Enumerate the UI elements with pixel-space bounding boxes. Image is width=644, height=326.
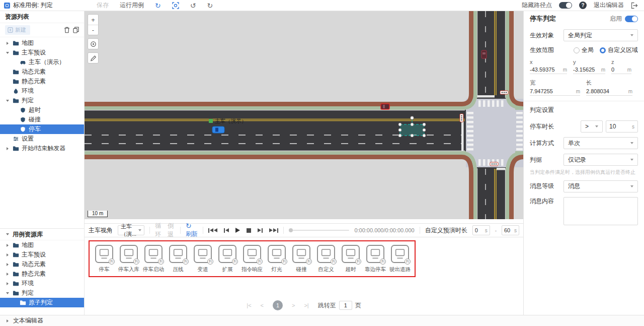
tree-item-static[interactable]: 静态元素 [0,77,84,86]
card-off-road[interactable]: 判驶出道路 [389,244,411,273]
caret-down-icon[interactable] [5,291,10,296]
view-select[interactable]: 主车（演... [118,225,144,235]
card-command-response[interactable]: 判指令响应 [241,244,263,273]
duration-input[interactable] [609,123,631,130]
tree-item-judgment[interactable]: 判定 [0,96,84,105]
caret-right-icon[interactable] [5,262,10,267]
lib-item-map[interactable]: 地图 [0,240,84,250]
npc-vehicle[interactable] [381,104,389,109]
ego-vehicle[interactable] [212,126,224,133]
traffic-light-icon[interactable] [490,162,498,166]
lib-item-environment[interactable]: 环境 [0,279,84,288]
tree-item-collision[interactable]: 碰撞 [0,115,84,124]
card-collision[interactable]: 判碰撞 [290,244,312,273]
fit-view-icon[interactable] [172,2,179,9]
caret-right-icon[interactable] [5,41,10,46]
tree-item-environment[interactable]: 环境 [0,86,84,96]
text-editor-bar[interactable]: 文本编辑器 [0,315,644,326]
help-button[interactable]: ? [579,2,587,9]
caret-right-icon[interactable] [5,243,10,248]
map-canvas[interactable]: 主车（演示） [85,11,523,219]
scope-custom-radio[interactable]: 自定义区域 [600,46,638,54]
preview-to-input[interactable] [504,227,513,233]
calc-select[interactable]: 单次 [564,137,638,149]
skip-start-button[interactable] [208,228,217,233]
card-parking-garage[interactable]: 判停车入库 [118,244,140,273]
step-forward-button[interactable] [258,228,263,233]
zoom-in-button[interactable]: + [88,15,98,25]
tree-item-dynamic[interactable]: 动态元素 [0,67,84,77]
message-level-select[interactable]: 消息 [564,180,638,192]
loop-button[interactable]: 循环 [155,222,163,239]
lib-item-static[interactable]: 静态元素 [0,269,84,279]
delete-icon[interactable] [64,27,70,33]
caret-down-icon[interactable] [5,98,10,103]
case-library-header[interactable]: 用例资源库 [0,228,84,240]
undo-icon[interactable]: ↺ [190,2,196,9]
tree-item-timeout[interactable]: 超时 [0,105,84,115]
zoom-out-button[interactable]: - [88,25,98,35]
card-custom[interactable]: 判自定义 [315,244,337,273]
width-input[interactable] [530,88,575,94]
new-button[interactable]: 新建 [5,25,30,35]
z-input[interactable] [611,67,626,73]
y-input[interactable] [573,67,600,73]
traffic-light-icon[interactable] [460,114,463,122]
map-viewport[interactable]: 主车（演示） + - 10 m [85,11,523,219]
card-lights[interactable]: 判灯光 [266,244,288,273]
npc-vehicle[interactable] [481,50,487,58]
save-button[interactable]: 保存 [97,1,109,10]
card-parking-start[interactable]: 判停车启动 [142,244,165,273]
scope-global-radio[interactable]: 全局 [574,46,594,54]
caret-right-icon[interactable] [5,146,10,151]
card-parking[interactable]: 判停车 [93,244,115,273]
step-back-button[interactable] [224,228,229,233]
skip-end-button[interactable] [269,228,278,233]
current-page[interactable]: 1 [273,300,283,310]
card-line-press[interactable]: 判压线 [167,244,189,273]
lib-item-atomic-judgment-selected[interactable]: 原子判定 [0,298,84,307]
prev-page-button[interactable]: < [261,302,264,308]
target-select[interactable]: 全局判定 [564,29,638,41]
locate-button[interactable] [88,39,98,49]
timeline-slider[interactable] [289,227,349,234]
tree-item-settings[interactable]: 设置 [0,134,84,144]
last-page-button[interactable]: >| [304,302,308,308]
exit-icon[interactable] [631,2,638,9]
jump-page-input[interactable] [339,301,352,310]
caret-right-icon[interactable] [5,252,10,257]
card-lane-change[interactable]: 判变道 [192,244,214,273]
card-pull-over[interactable]: 判靠边停车 [364,244,386,273]
tree-item-map[interactable]: 地图 [0,38,84,48]
lib-item-dynamic[interactable]: 动态元素 [0,259,84,269]
criterion-select[interactable]: 仅记录 [564,154,638,166]
hide-waypoints-toggle[interactable] [559,2,572,9]
draw-button[interactable] [88,53,98,63]
play-button[interactable] [235,228,240,233]
tree-item-triggers[interactable]: 开始/结束触发器 [0,144,84,153]
lib-item-judgment[interactable]: 判定 [0,288,84,298]
card-timeout[interactable]: 判超时 [340,244,362,273]
exit-editor-button[interactable]: 退出编辑器 [594,1,624,10]
rewind-button[interactable]: 倒退 [168,222,175,239]
caret-right-icon[interactable] [5,272,10,277]
redo-icon[interactable]: ↻ [207,2,213,9]
copy-icon[interactable] [73,27,79,33]
next-page-button[interactable]: > [292,302,295,308]
traffic-light-icon[interactable] [500,91,508,94]
tree-item-parking-selected[interactable]: 停车 [0,124,84,134]
card-extension[interactable]: 判扩展 [216,244,238,273]
duration-op-select[interactable]: > [581,120,603,133]
caret-right-icon[interactable] [5,281,10,286]
message-content-input[interactable] [564,197,638,225]
caret-down-icon[interactable] [5,50,10,55]
tree-item-ego-preset[interactable]: 主车预设 [0,48,84,57]
preview-from-input[interactable] [475,227,484,233]
first-page-button[interactable]: |< [247,302,251,308]
refresh-button[interactable]: ↻ 刷新 [186,222,198,238]
x-input[interactable] [530,67,561,73]
rotate-handle[interactable] [411,116,414,119]
lib-item-ego-preset[interactable]: 主车预设 [0,250,84,259]
run-case-button[interactable]: 运行用例 [120,1,144,10]
replay-icon[interactable]: ↻ [155,2,161,9]
